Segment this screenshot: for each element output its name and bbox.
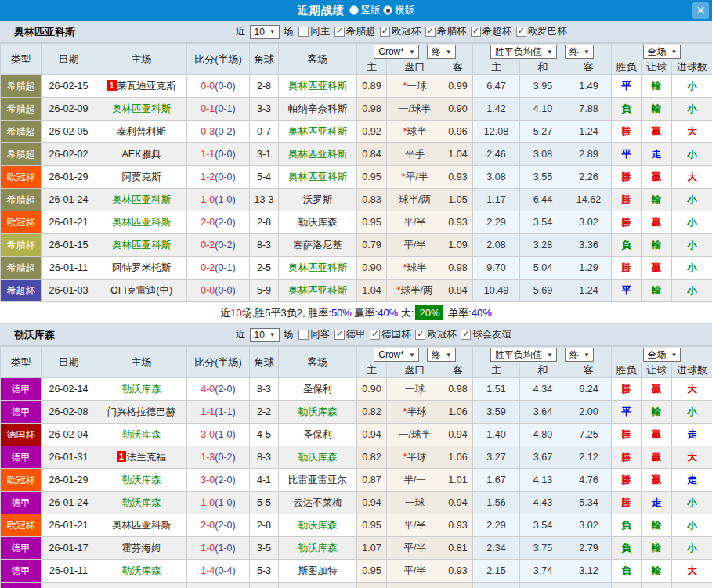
corner-score: 2-8 — [250, 75, 279, 98]
handicap-line: *半球 — [387, 401, 443, 424]
avg-away-value: 7.25 — [566, 424, 612, 446]
chevron-down-icon: ▼ — [584, 352, 590, 359]
away-team: 勒沃库森 — [279, 401, 357, 424]
col-odds-away: 客 — [443, 60, 473, 75]
layout-radio[interactable]: 竖版 — [349, 4, 381, 17]
col-avg-draw: 和 — [520, 363, 566, 378]
league-filter-checkbox[interactable]: 希超杯 — [471, 25, 512, 38]
rank-badge: 1 — [107, 80, 116, 91]
avg-draw-value: 5.27 — [520, 121, 566, 143]
chevron-down-icon: ▼ — [269, 28, 276, 35]
match-row: 德国杯 26-02-04 勒沃库森 3-0(1-0) 4-5 圣保利 0.94 … — [1, 424, 712, 446]
avg-home-value: 2.11 — [473, 583, 520, 588]
col-corner: 角球 — [250, 44, 279, 75]
away-team: 云达不莱梅 — [279, 492, 357, 514]
league-filter-checkbox[interactable]: 欧罗巴杯 — [516, 25, 567, 38]
avg-home-value: 3.08 — [473, 166, 520, 189]
odds-away-value: 0.93 — [443, 211, 473, 234]
league-filter-checkbox[interactable]: 球会友谊 — [461, 328, 511, 341]
match-row: 希腊超 26-02-15 1莱瓦迪亚克斯 0-0(0-0) 2-8 奥林匹亚科斯… — [1, 75, 712, 98]
avg-away-value: 2.26 — [566, 166, 612, 189]
home-team: 勒沃库森 — [96, 560, 187, 583]
col-odds-line: 盘口 — [387, 363, 443, 378]
col-corner: 角球 — [250, 347, 279, 378]
league-filter-checkbox[interactable]: 德甲 — [334, 328, 366, 341]
checkbox-icon — [298, 27, 309, 37]
match-score: 1-1(1-1) — [187, 401, 250, 424]
match-row: 欧冠杯 26-01-21 奥林匹亚科斯 2-0(2-0) 2-8 勒沃库森 0.… — [1, 211, 712, 234]
col-home: 主场 — [96, 44, 187, 75]
col-type: 类型 — [1, 44, 42, 75]
away-team: 奥林匹亚科斯 — [279, 121, 357, 143]
same-venue-checkbox[interactable]: 同客 — [298, 328, 330, 341]
section-filter-bar: 勒沃库森 近 10▼ 场 同客 德甲 德国杯 欧冠杯 球会友谊 — [0, 324, 712, 346]
matches-table: 类型 日期 主场 比分(半场) 角球 客场 Crow*▼ 终▼ 胜平负均 — [0, 43, 712, 302]
competition-badge: 希腊超 — [1, 143, 41, 165]
bookmaker-select[interactable]: Crow*▼ — [374, 45, 419, 59]
same-venue-checkbox[interactable]: 同主 — [298, 25, 330, 38]
col-avg-away: 客 — [566, 60, 612, 75]
odds-away-value: 0.94 — [443, 424, 473, 446]
avg-stage-select[interactable]: 终▼ — [565, 45, 594, 59]
avg-type-select[interactable]: 胜平负均值▼ — [490, 45, 557, 59]
match-score: 1-2(0-0) — [187, 166, 250, 189]
close-button[interactable]: ✕ — [692, 2, 709, 19]
match-date: 26-01-15 — [42, 234, 96, 257]
match-row: 希腊超 26-01-24 奥林匹亚科斯 1-0(1-0) 13-3 沃罗斯 0.… — [1, 189, 712, 211]
odds-away-value: 0.99 — [443, 75, 473, 98]
away-team: 圣保利 — [279, 378, 357, 401]
col-handicap: 让球 — [642, 363, 672, 378]
competition-badge: 德甲 — [1, 560, 41, 582]
avg-home-value: 2.08 — [473, 234, 520, 257]
scope-select[interactable]: 全场▼ — [643, 348, 681, 362]
layout-radio[interactable]: 横版 — [383, 4, 414, 17]
corner-score: 5-4 — [250, 166, 279, 189]
match-row: 德甲 26-02-14 勒沃库森 4-0(2-0) 8-3 圣保利 0.90 一… — [1, 378, 712, 401]
home-team: AEK雅典 — [96, 143, 187, 166]
league-filter-checkbox[interactable]: 希腊超 — [334, 25, 376, 38]
avg-stage-select[interactable]: 终▼ — [565, 348, 594, 362]
league-filter-checkbox[interactable]: 欧冠杯 — [415, 328, 457, 341]
games-count-select[interactable]: 10▼ — [250, 25, 280, 39]
avg-draw-value: 6.44 — [520, 189, 566, 211]
checkbox-icon — [370, 330, 380, 340]
scope-select[interactable]: 全场▼ — [643, 45, 681, 59]
competition-badge: 德甲 — [1, 583, 41, 588]
odds-home-value: 0.94 — [357, 424, 387, 446]
near-label: 近 — [236, 328, 246, 341]
odds-stage-select[interactable]: 终▼ — [427, 45, 456, 59]
avg-type-select[interactable]: 胜平负均值▼ — [490, 348, 557, 362]
match-row: 希腊超 26-02-02 AEK雅典 1-1(0-0) 3-1 奥林匹亚科斯 0… — [1, 143, 712, 166]
chevron-down-icon: ▼ — [547, 49, 553, 56]
competition-badge: 德甲 — [1, 537, 41, 559]
handicap-line: 平/半 — [387, 211, 443, 234]
match-row: 德甲 26-01-11 勒沃库森 1-4(0-4) 5-3 斯图加特 0.95 … — [1, 560, 712, 583]
competition-badge: 德国杯 — [1, 424, 41, 446]
avg-home-value: 3.27 — [473, 446, 520, 469]
odds-stage-select[interactable]: 终▼ — [427, 348, 456, 362]
checkbox-icon — [334, 27, 345, 37]
odds-away-value: 0.93 — [443, 514, 473, 537]
result-wdl: 負 — [612, 514, 642, 537]
match-score: 0-2(0-1) — [187, 257, 250, 280]
avg-away-value: 5.34 — [566, 492, 612, 514]
handicap-line: 平/半 — [387, 514, 443, 537]
home-team: 阿特罗米托斯 — [96, 257, 187, 280]
match-score: 0-3(0-2) — [187, 121, 250, 143]
avg-away-value: 3.12 — [566, 560, 612, 583]
handicap-line: *球半 — [387, 121, 443, 143]
avg-home-value: 1.17 — [473, 189, 520, 211]
competition-badge: 希腊杯 — [1, 234, 41, 256]
near-label: 近 — [236, 25, 246, 38]
bookmaker-select[interactable]: Crow*▼ — [374, 348, 419, 362]
avg-away-value: 1.29 — [566, 257, 612, 280]
odds-away-value: 0.98 — [443, 378, 473, 401]
games-count-select[interactable]: 10▼ — [250, 328, 280, 342]
league-filter-checkbox[interactable]: 德国杯 — [370, 328, 411, 341]
home-team: 1莱瓦迪亚克斯 — [96, 75, 187, 98]
league-filter-checkbox[interactable]: 欧冠杯 — [380, 25, 421, 38]
avg-away-value: 3.02 — [566, 514, 612, 537]
league-filter-checkbox[interactable]: 希腊杯 — [425, 25, 467, 38]
match-date: 26-01-29 — [42, 166, 96, 189]
checkbox-icon — [380, 27, 390, 37]
